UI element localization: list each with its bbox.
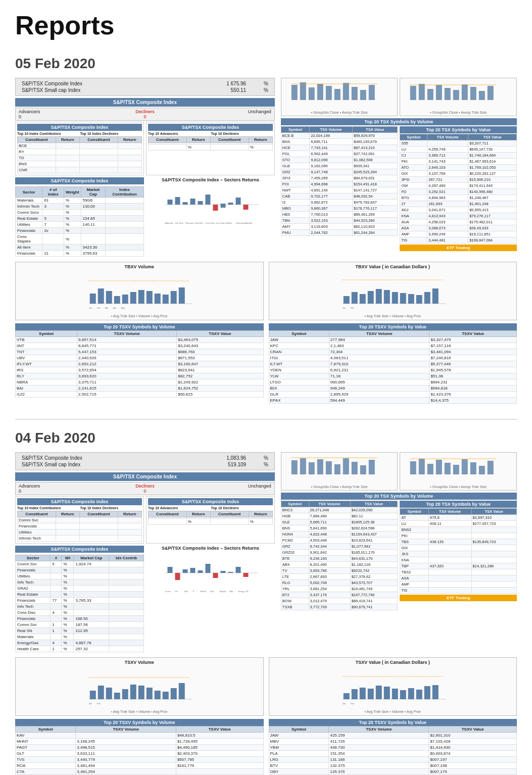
svg-rect-103 — [317, 459, 323, 474]
date-section-2: 04 Feb 2020 S&P/TSX Composite Index 1,08… — [15, 430, 517, 775]
adv-dec-bar-1: Advancers0 Decliners0 Unchanged — [15, 108, 275, 121]
table-row: ASA — [400, 575, 517, 582]
svg-rect-66 — [367, 291, 373, 304]
svg-rect-133 — [171, 688, 177, 699]
tsxv-top20-vol-1: Top 20 TSXV Symbols by Volume SymbolTSXV… — [15, 323, 264, 404]
svg-rect-69 — [392, 292, 398, 304]
list-item: KPC2,1,463$7,157,116 — [269, 343, 517, 349]
table-row: TBP437,320$14,321,286 — [400, 563, 517, 569]
table-row: BTE9,234,100$44,631,170 — [281, 556, 398, 562]
svg-rect-102 — [309, 462, 315, 474]
date-header-2: 04 Feb 2020 — [15, 430, 517, 446]
etf-trading-label-2: ETF Trading — [400, 595, 517, 601]
svg-rect-73 — [424, 292, 430, 304]
svg-rect-40 — [479, 91, 485, 100]
svg-rect-87 — [228, 572, 233, 573]
table-row: GRZ9,742,344$1,077,942 — [281, 544, 398, 550]
svg-rect-88 — [235, 567, 240, 573]
svg-rect-130 — [147, 688, 153, 699]
list-item: GLT3,633,111$2,403,370 — [16, 751, 264, 757]
svg-rect-119 — [479, 466, 485, 474]
table-row: ASA3,088,673$39,49,033 — [400, 225, 517, 231]
tsxv-tables-row-1: Top 20 TSXV Symbols by Volume SymbolTSXV… — [15, 323, 517, 404]
list-item: ITGI4,063,511$7,240,816 — [269, 355, 517, 361]
table-row: TIS — [400, 588, 517, 594]
table-row: HON44,822,448$1154,643,437 — [281, 531, 398, 538]
list-item: JAW277,584$3,327,475 — [269, 337, 517, 343]
top20-val-table-right-2: SymbolTSX VolumeTSX Value AT475.8$2,697,… — [400, 508, 517, 594]
right-chart-svg-b-2 — [402, 454, 515, 482]
list-item: CTA3,481,254 — [16, 769, 264, 775]
table-row: HCE7,743,141$87,413,210 — [281, 145, 398, 151]
table-row: S55$3,207,711 — [400, 140, 517, 147]
tsxv-val-table-right-1: SymbolTSXV VolumeTSXV Value JAW277,584$3… — [269, 330, 517, 404]
top10-decliners-1: S&P/TSX Composite Index Top 10 Advancers… — [146, 122, 275, 175]
list-item: BTV132.375$007,198 — [269, 763, 517, 769]
svg-rect-141 — [359, 688, 365, 699]
tsxv-top20-val-2: Top 20 TSXV Symbols by Value SymbolTSXV … — [269, 719, 517, 775]
table-row: 27261,693$1,961,248 — [400, 201, 517, 207]
svg-rect-89 — [243, 573, 248, 577]
table-row: TIS3,444,481$108,847,084 — [400, 237, 517, 244]
top10-contributors-2: S&P/TSX Composite Index Top 10 Index Con… — [15, 496, 144, 544]
svg-rect-21 — [292, 85, 298, 100]
table-row: NWT4,891,140$147,141,727 — [281, 187, 398, 193]
svg-text:Jan: Jan — [342, 702, 345, 705]
tsxv-vol-table-left-1: SymbolTSXV VolumeTSXV Value VTB9,857,514… — [15, 330, 264, 398]
svg-rect-6 — [205, 195, 210, 205]
tsxv-charts-row-2: TSXV Volume Jan F — [15, 657, 517, 716]
list-item: TNT5,447,153$686,763 — [16, 349, 264, 355]
right-top-charts-1: ▪ Group/Idx Close ▪ Avesp Trde Size — [281, 78, 517, 116]
svg-rect-120 — [488, 461, 494, 474]
table-row: BTG4,894,963$1,248,467 — [400, 195, 517, 201]
svg-text:Telecomm: Telecomm — [185, 222, 195, 224]
table-row: BNS2 — [400, 527, 517, 533]
svg-rect-9 — [228, 203, 233, 205]
svg-rect-142 — [367, 689, 373, 699]
svg-rect-51 — [147, 291, 153, 304]
date-header-1: 05 Feb 2020 — [15, 56, 517, 72]
list-item: YLW71,18$51,38 — [269, 373, 517, 379]
list-item: JAW425.159$2,601,310 — [269, 733, 517, 739]
svg-rect-65 — [359, 294, 365, 304]
list-item: GLR2,895,429$1,423,376 — [269, 392, 517, 398]
table-row: TV3,693,786$9222,742 — [281, 568, 398, 574]
table-row: BOW3,012,479$88,419,741 — [281, 598, 398, 604]
top20-val-table-right-1: SymbolTSX VolumeTSX Value S55$3,207,711 … — [400, 134, 517, 244]
svg-rect-71 — [408, 294, 414, 304]
svg-text:Feb: Feb — [97, 307, 101, 309]
svg-rect-37 — [453, 90, 459, 100]
svg-rect-126 — [114, 693, 120, 699]
tsxv-value-svg-1: Jan Feb — [271, 271, 515, 311]
tsxv-val-table-right-2: SymbolTSXV VolumeTSXV Value JAW425.159$2… — [269, 726, 517, 775]
svg-text:Feb: Feb — [97, 702, 101, 705]
tsxv-tables-row-2: Top 20 TSXV Symbols by Volume SymbolTSXV… — [15, 719, 517, 775]
svg-rect-145 — [392, 689, 398, 699]
svg-rect-3 — [182, 202, 187, 205]
right-chart-svg-b-1 — [402, 80, 515, 108]
advancers-1: Advancers0 — [16, 108, 102, 120]
table-row: CAB9,702,177$48,032,54 — [281, 193, 398, 200]
date-section-1: 05 Feb 2020 S&P/TSX Composite Index 1 67… — [15, 56, 517, 404]
table-row: STO9,812,096$1,082,508 — [281, 157, 398, 163]
table-row: GIX3,107,769$0,220,292,127 — [400, 171, 517, 177]
list-item: OBY125.376$007,179 — [269, 769, 517, 775]
table-row: JKS — [400, 551, 517, 557]
table-row: GRZ9,147,748$245,523,394 — [281, 169, 398, 175]
svg-rect-54 — [171, 291, 177, 304]
list-item: IRS3,572,654$823,641 — [16, 367, 264, 373]
svg-rect-7 — [213, 205, 218, 211]
table-row: CJ3,969,712$1,748,184,664 — [400, 153, 517, 159]
left-panel-2: S&P/TSX Composite Index 1,083.96 % S&P/T… — [15, 452, 275, 652]
svg-text:Materials: Materials — [165, 222, 173, 224]
svg-text:Jan: Jan — [342, 307, 345, 309]
list-item: BOI946,249$994,818 — [269, 385, 517, 392]
tsxv-volume-svg-1: Jan Feb Mar Apr May — [18, 271, 261, 311]
tsxv-volume-chart-1: TBXV Volume Jan F — [15, 262, 264, 320]
table-row: KNA — [400, 557, 517, 563]
table-row: AUA4,258,023$175,482,011 — [400, 219, 517, 225]
svg-rect-28 — [352, 87, 358, 100]
advancers-2: Advancers0 — [16, 482, 102, 495]
svg-rect-67 — [375, 289, 381, 304]
table-row: PCM24,503,448$23,623,641 — [281, 538, 398, 544]
